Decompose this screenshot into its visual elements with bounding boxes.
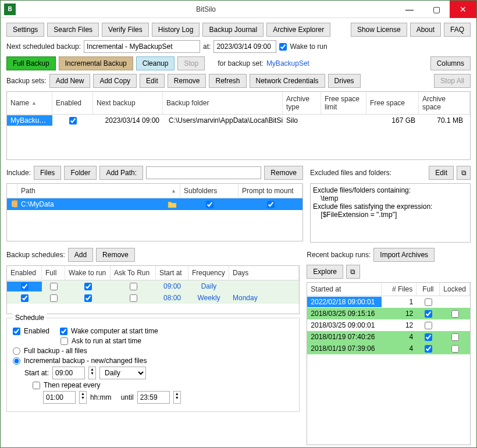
table-row[interactable]: C:\MyData — [7, 198, 302, 210]
add-path-input[interactable] — [146, 166, 261, 179]
until-time-input[interactable] — [137, 391, 170, 404]
table-row[interactable]: 2018/03/25 09:15:1612 — [307, 308, 470, 319]
table-row[interactable]: 2018/01/19 07:40:264 — [307, 331, 470, 343]
col-wake[interactable]: Wake to run — [65, 266, 111, 280]
settings-button[interactable]: Settings — [6, 23, 44, 37]
col-free[interactable]: Free space — [366, 92, 419, 114]
drives-button[interactable]: Drives — [328, 74, 361, 88]
table-row[interactable]: 2018/01/19 07:39:064 — [307, 343, 470, 354]
exclude-edit-button[interactable]: Edit — [429, 166, 454, 180]
col-type[interactable]: Archive type — [283, 92, 321, 114]
full-checkbox[interactable] — [425, 298, 432, 306]
table-row[interactable]: 2022/02/18 09:00:011 — [307, 296, 470, 308]
full-checkbox[interactable] — [425, 310, 432, 318]
show-license-button[interactable]: Show License — [351, 23, 407, 37]
full-backup-radio[interactable] — [13, 347, 20, 355]
col-free-limit[interactable]: Free space limit — [321, 92, 366, 114]
col-enabled[interactable]: Enabled — [7, 266, 42, 280]
col-start[interactable]: Start at — [156, 266, 188, 280]
row-checkbox[interactable] — [21, 283, 29, 290]
include-files-button[interactable]: Files — [34, 166, 61, 180]
popout-icon[interactable]: ⧉ — [346, 265, 360, 279]
row-checkbox[interactable] — [50, 283, 58, 290]
sched-remove-button[interactable]: Remove — [96, 248, 135, 262]
sched-add-button[interactable]: Add — [68, 248, 93, 262]
table-row[interactable]: 09:00Daily — [7, 280, 299, 292]
add-copy-button[interactable]: Add Copy — [93, 74, 137, 88]
spinner-up-icon[interactable]: ▲ — [89, 367, 95, 371]
col-arch[interactable]: Archive space — [419, 92, 470, 114]
next-backup-field[interactable] — [84, 40, 200, 53]
archive-explorer-button[interactable]: Archive Explorer — [266, 23, 330, 37]
stop-button[interactable]: Stop — [177, 56, 205, 70]
col-enabled[interactable]: Enabled — [52, 92, 93, 114]
prompt-mount-checkbox[interactable] — [267, 201, 275, 208]
col-subfolders[interactable]: Subfolders — [180, 184, 238, 198]
sched-enabled-checkbox[interactable] — [13, 328, 20, 335]
refresh-button[interactable]: Refresh — [209, 74, 246, 88]
locked-checkbox[interactable] — [451, 310, 459, 318]
cleanup-button[interactable]: Cleanup — [136, 56, 175, 70]
table-row[interactable]: 2018/03/25 09:00:0112 — [307, 319, 470, 331]
explore-button[interactable]: Explore — [307, 265, 343, 279]
col-started[interactable]: Started at — [307, 283, 382, 296]
columns-button[interactable]: Columns — [430, 56, 471, 70]
locked-checkbox[interactable] — [451, 345, 459, 353]
faq-button[interactable]: FAQ — [444, 23, 471, 37]
col-days[interactable]: Days — [229, 266, 299, 280]
stop-all-button[interactable]: Stop All — [434, 74, 471, 88]
edit-set-button[interactable]: Edit — [140, 74, 165, 88]
add-new-button[interactable]: Add New — [49, 74, 91, 88]
import-archives-button[interactable]: Import Archives — [373, 248, 435, 262]
incremental-backup-radio[interactable] — [13, 357, 20, 365]
backup-journal-button[interactable]: Backup Journal — [202, 23, 264, 37]
full-backup-button[interactable]: Full Backup — [6, 56, 56, 70]
row-checkbox[interactable] — [50, 294, 58, 302]
sched-ask-checkbox[interactable] — [60, 337, 68, 345]
frequency-select[interactable]: Daily — [99, 367, 146, 379]
enabled-checkbox[interactable] — [69, 117, 77, 125]
network-credentials-button[interactable]: Network Credentials — [250, 74, 325, 88]
row-checkbox[interactable] — [21, 294, 29, 302]
sched-wake-checkbox[interactable] — [60, 328, 67, 335]
row-checkbox[interactable] — [84, 283, 92, 290]
interval-input[interactable] — [43, 391, 76, 404]
spinner-down-icon[interactable]: ▼ — [80, 396, 86, 400]
include-folder-button[interactable]: Folder — [64, 166, 97, 180]
full-checkbox[interactable] — [425, 333, 432, 341]
col-path[interactable]: Path▲ — [17, 184, 180, 198]
table-row[interactable]: MyBackupSet 2023/03/14 09:00 C:\Users\ma… — [7, 115, 470, 126]
col-ask[interactable]: Ask To Run — [111, 266, 156, 280]
row-checkbox[interactable] — [130, 283, 137, 290]
next-backup-time-field[interactable] — [213, 40, 276, 53]
col-folder[interactable]: Backup folder — [163, 92, 283, 114]
spinner-down-icon[interactable]: ▼ — [89, 371, 95, 375]
spinner-down-icon[interactable]: ▼ — [174, 396, 180, 400]
col-full[interactable]: Full — [42, 266, 65, 280]
popout-icon[interactable]: ⧉ — [457, 166, 471, 180]
col-locked[interactable]: Locked — [440, 283, 470, 296]
minimize-button[interactable]: — — [396, 1, 423, 18]
include-remove-button[interactable]: Remove — [264, 166, 303, 180]
verify-files-button[interactable]: Verify Files — [102, 23, 149, 37]
locked-checkbox[interactable] — [451, 333, 459, 341]
full-checkbox[interactable] — [425, 345, 432, 353]
history-log-button[interactable]: History Log — [152, 23, 200, 37]
col-name[interactable]: Name▲ — [7, 92, 52, 114]
table-row[interactable]: 08:00WeeklyMonday — [7, 292, 299, 304]
incremental-backup-button[interactable]: Incremental Backup — [59, 56, 133, 70]
remove-set-button[interactable]: Remove — [168, 74, 207, 88]
backup-set-link[interactable]: MyBackupSet — [266, 59, 309, 67]
col-full[interactable]: Full — [417, 283, 440, 296]
add-path-button[interactable]: Add Path: — [99, 166, 143, 180]
col-prompt[interactable]: Prompt to mount — [238, 184, 302, 198]
col-files[interactable]: # Files — [382, 283, 417, 296]
close-button[interactable]: ✕ — [450, 1, 476, 18]
col-freq[interactable]: Frequency — [188, 266, 229, 280]
subfolders-checkbox[interactable] — [206, 201, 213, 208]
start-time-input[interactable] — [52, 367, 85, 379]
spinner-up-icon[interactable]: ▲ — [174, 392, 180, 396]
maximize-button[interactable]: ▢ — [423, 1, 450, 18]
about-button[interactable]: About — [410, 23, 441, 37]
wake-to-run-checkbox[interactable] — [279, 43, 287, 51]
